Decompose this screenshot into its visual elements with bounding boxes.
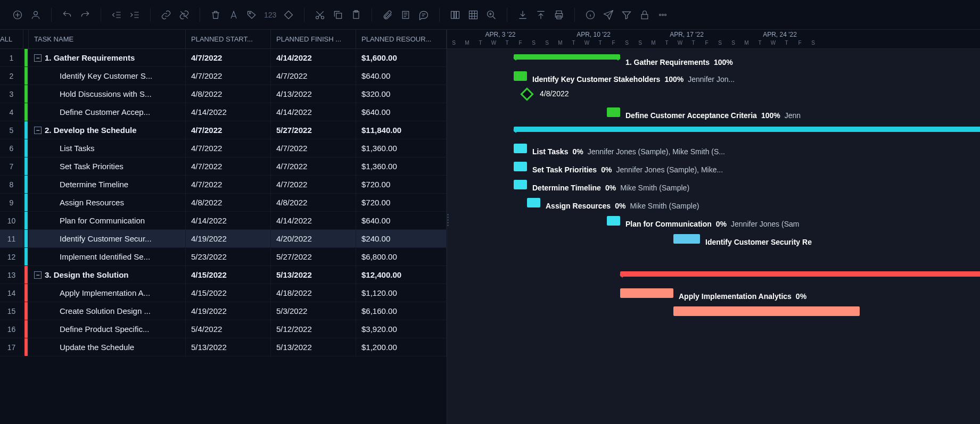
- collapse-icon[interactable]: −: [34, 127, 42, 134]
- table-row[interactable]: 17Update the Schedule5/13/20225/13/2022$…: [0, 338, 447, 356]
- columns-icon[interactable]: [447, 7, 463, 23]
- row-number[interactable]: 4: [0, 103, 23, 121]
- finish-date-cell[interactable]: 5/27/2022: [271, 248, 356, 265]
- start-date-cell[interactable]: 4/8/2022: [186, 194, 271, 211]
- resource-cell[interactable]: $1,200.00: [356, 338, 447, 356]
- tag-icon[interactable]: [244, 7, 260, 23]
- resource-cell[interactable]: $1,120.00: [356, 284, 447, 302]
- row-number[interactable]: 7: [0, 157, 23, 175]
- col-header-start[interactable]: PLANNED START...: [186, 30, 271, 48]
- task-name-cell[interactable]: Implement Identified Se...: [29, 248, 186, 265]
- row-number[interactable]: 3: [0, 85, 23, 103]
- task-bar[interactable]: Determine Timeline0%Mike Smith (Sample): [514, 180, 527, 189]
- row-number[interactable]: 16: [0, 320, 23, 338]
- task-name-cell[interactable]: Update the Schedule: [29, 338, 186, 356]
- copy-icon[interactable]: [330, 7, 346, 23]
- add-icon[interactable]: [10, 7, 26, 23]
- finish-date-cell[interactable]: 4/7/2022: [271, 67, 356, 85]
- outdent-icon[interactable]: [109, 7, 125, 23]
- row-number[interactable]: 2: [0, 67, 23, 85]
- task-bar[interactable]: List Tasks0%Jennifer Jones (Sample), Mik…: [514, 144, 527, 153]
- finish-date-cell[interactable]: 4/14/2022: [271, 49, 356, 66]
- link-icon[interactable]: [158, 7, 174, 23]
- resource-cell[interactable]: $1,360.00: [356, 157, 447, 175]
- collapse-icon[interactable]: −: [34, 271, 42, 279]
- task-name-cell[interactable]: Define Customer Accep...: [29, 103, 186, 121]
- task-name-cell[interactable]: Assign Resources: [29, 194, 186, 211]
- table-row[interactable]: 9Assign Resources4/8/20224/8/2022$720.00: [0, 194, 447, 212]
- lock-icon[interactable]: [637, 7, 653, 23]
- finish-date-cell[interactable]: 5/27/2022: [271, 121, 356, 139]
- row-number[interactable]: 15: [0, 302, 23, 320]
- task-name-cell[interactable]: Set Task Priorities: [29, 157, 186, 175]
- row-number[interactable]: 1: [0, 49, 23, 66]
- finish-date-cell[interactable]: 4/18/2022: [271, 284, 356, 302]
- resource-cell[interactable]: $3,920.00: [356, 320, 447, 338]
- table-row[interactable]: 5−2. Develop the Schedule4/7/20225/27/20…: [0, 121, 447, 139]
- start-date-cell[interactable]: 4/7/2022: [186, 67, 271, 85]
- text-style-icon[interactable]: [226, 7, 242, 23]
- info-icon[interactable]: [582, 7, 598, 23]
- finish-date-cell[interactable]: 4/7/2022: [271, 157, 356, 175]
- trash-icon[interactable]: [208, 7, 224, 23]
- task-name-cell[interactable]: −3. Design the Solution: [29, 266, 186, 284]
- table-row[interactable]: 11Identify Customer Secur...4/19/20224/2…: [0, 230, 447, 248]
- redo-icon[interactable]: [77, 7, 93, 23]
- resource-cell[interactable]: $240.00: [356, 230, 447, 247]
- table-row[interactable]: 7Set Task Priorities4/7/20224/7/2022$1,3…: [0, 157, 447, 176]
- row-number[interactable]: 8: [0, 176, 23, 193]
- row-number[interactable]: 12: [0, 248, 23, 265]
- summary-bar[interactable]: [514, 127, 980, 132]
- start-date-cell[interactable]: 4/8/2022: [186, 85, 271, 103]
- row-number[interactable]: 6: [0, 139, 23, 157]
- task-bar[interactable]: [673, 306, 860, 316]
- resource-cell[interactable]: $1,360.00: [356, 139, 447, 157]
- upload-icon[interactable]: [533, 7, 549, 23]
- row-number[interactable]: 5: [0, 121, 23, 139]
- splitter-handle[interactable]: [446, 212, 449, 228]
- row-number[interactable]: 10: [0, 212, 23, 229]
- start-date-cell[interactable]: 4/19/2022: [186, 302, 271, 320]
- start-date-cell[interactable]: 5/23/2022: [186, 248, 271, 265]
- task-name-cell[interactable]: Hold Discussions with S...: [29, 85, 186, 103]
- finish-date-cell[interactable]: 5/3/2022: [271, 302, 356, 320]
- task-bar[interactable]: Define Customer Acceptance Criteria100%J…: [607, 107, 620, 117]
- resource-cell[interactable]: $12,400.00: [356, 266, 447, 284]
- col-header-all[interactable]: ALL: [0, 30, 23, 48]
- task-name-cell[interactable]: Determine Timeline: [29, 176, 186, 193]
- task-name-cell[interactable]: Define Product Specific...: [29, 320, 186, 338]
- col-header-resource[interactable]: PLANNED RESOUR...: [356, 30, 447, 48]
- row-number[interactable]: 11: [0, 230, 23, 247]
- start-date-cell[interactable]: 5/13/2022: [186, 338, 271, 356]
- task-name-cell[interactable]: Apply Implementation A...: [29, 284, 186, 302]
- resource-cell[interactable]: $720.00: [356, 176, 447, 193]
- resource-cell[interactable]: $720.00: [356, 194, 447, 211]
- paste-icon[interactable]: [348, 7, 364, 23]
- summary-bar[interactable]: [620, 271, 980, 277]
- finish-date-cell[interactable]: 4/8/2022: [271, 194, 356, 211]
- table-row[interactable]: 15Create Solution Design ...4/19/20225/3…: [0, 302, 447, 320]
- row-number[interactable]: 9: [0, 194, 23, 211]
- row-number[interactable]: 17: [0, 338, 23, 356]
- gantt-chart[interactable]: SMTWTFSSMTWTFSSMTWTFSSMTWTFS APR, 3 '22A…: [447, 30, 980, 424]
- start-date-cell[interactable]: 4/7/2022: [186, 139, 271, 157]
- finish-date-cell[interactable]: 5/12/2022: [271, 320, 356, 338]
- table-row[interactable]: 1−1. Gather Requirements4/7/20224/14/202…: [0, 49, 447, 67]
- resource-cell[interactable]: $6,160.00: [356, 302, 447, 320]
- finish-date-cell[interactable]: 4/20/2022: [271, 230, 356, 247]
- resource-cell[interactable]: $320.00: [356, 85, 447, 103]
- start-date-cell[interactable]: 4/19/2022: [186, 230, 271, 247]
- start-date-cell[interactable]: 5/4/2022: [186, 320, 271, 338]
- start-date-cell[interactable]: 4/7/2022: [186, 157, 271, 175]
- task-name-cell[interactable]: Identify Key Customer S...: [29, 67, 186, 85]
- task-name-cell[interactable]: −1. Gather Requirements: [29, 49, 186, 66]
- note-icon[interactable]: [398, 7, 414, 23]
- table-row[interactable]: 14Apply Implementation A...4/15/20224/18…: [0, 284, 447, 302]
- resource-cell[interactable]: $640.00: [356, 212, 447, 229]
- print-icon[interactable]: [551, 7, 567, 23]
- row-number[interactable]: 14: [0, 284, 23, 302]
- table-row[interactable]: 2Identify Key Customer S...4/7/20224/7/2…: [0, 67, 447, 85]
- task-bar[interactable]: Assign Resources0%Mike Smith (Sample): [527, 198, 540, 207]
- finish-date-cell[interactable]: 4/14/2022: [271, 212, 356, 229]
- table-row[interactable]: 4Define Customer Accep...4/14/20224/14/2…: [0, 103, 447, 121]
